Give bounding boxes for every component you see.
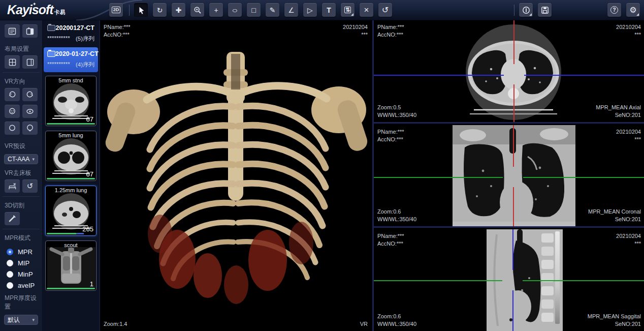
viewport-label-text: VR (360, 320, 368, 328)
radio-mip[interactable]: MIP (0, 259, 42, 267)
thumbnail-image-count: 1 (90, 280, 93, 288)
vr-label-overlay: VR (360, 320, 368, 328)
series-thumbnail-5mm-stnd[interactable]: 5mm stnd 67 (45, 76, 96, 126)
crosshair-horizontal-green[interactable] (374, 280, 502, 281)
coronal-zoom-overlay: Zoom:0.6 WW/WL:350/40 (377, 208, 416, 223)
save-icon (541, 6, 549, 14)
study-title: 2020-01-27-CT (55, 50, 99, 57)
radio-minp[interactable]: MinP (0, 270, 42, 278)
cursor-select-button[interactable] (134, 3, 148, 17)
vr-head-face-button[interactable] (22, 105, 38, 118)
panel-list-button[interactable] (5, 24, 20, 38)
crosshair-vertical-red[interactable] (513, 125, 514, 167)
radio-mpr[interactable]: MPR (0, 248, 42, 256)
coronal-viewport[interactable]: PName:*** AccNO:*** 20210204 *** Zoom:0.… (374, 125, 644, 228)
grid-layout-button[interactable] (5, 55, 20, 69)
grid-layout-icon (9, 58, 16, 66)
thumbnail-label: 1.25mm lung (46, 187, 96, 193)
save-button[interactable] (538, 3, 552, 17)
bed-reset-button[interactable]: ↺ (22, 179, 38, 193)
series-thumbnail-scout[interactable]: scout 1 (45, 240, 96, 291)
split-layout-button[interactable] (22, 55, 38, 69)
vr-head-right-button[interactable] (22, 88, 38, 101)
load-progress-bar (47, 123, 95, 125)
window-level-button[interactable]: + (209, 3, 223, 17)
remove-bed-button[interactable] (5, 179, 20, 193)
vr-head-back-button[interactable] (5, 122, 20, 135)
help-icon: ? (610, 6, 618, 14)
crosshair-vertical-blue[interactable] (512, 229, 513, 270)
info-button[interactable] (519, 3, 533, 17)
thumbnail-image (47, 247, 95, 289)
rotate-3d-icon: ↻ (157, 6, 163, 14)
vr-head-front-button[interactable] (5, 105, 20, 118)
2d-mode-button[interactable]: 2D (109, 3, 123, 17)
vr-viewport[interactable]: PName:*** AccNO:*** 20210204 *** Zoom:1.… (100, 20, 372, 331)
load-progress-bar (47, 178, 95, 179)
crosshair-vertical-red[interactable] (513, 84, 514, 124)
vr-preset-select[interactable]: CT-AAA ▾ (4, 154, 38, 164)
axial-viewport[interactable]: PName:*** AccNO:*** 20210204 *** Zoom:0.… (374, 20, 644, 124)
close-icon: × (364, 5, 369, 15)
series-thumbnail-125mm-lung[interactable]: 1.25mm lung 265 (45, 186, 96, 236)
crosshair-vertical-red[interactable] (513, 187, 514, 228)
reset-view-button[interactable]: ↺ (378, 3, 392, 17)
delete-annotation-button[interactable]: × (360, 3, 373, 17)
folder-open-icon (47, 51, 55, 57)
vr-date-overlay: 20210204 *** (343, 23, 368, 39)
crosshair-horizontal-green[interactable] (374, 177, 503, 178)
settings-button[interactable]: ⚙ (626, 3, 640, 17)
head-face-icon (26, 107, 34, 115)
thumbnail-image-count: 265 (82, 225, 93, 233)
panel-collapse-button[interactable] (22, 24, 38, 38)
masked-text: *** (343, 31, 368, 39)
head-right-icon (26, 91, 34, 99)
rotate-3d-button[interactable]: ↻ (153, 3, 167, 17)
cobb-angle-button[interactable]: ▷ (303, 3, 317, 17)
load-progress-bar (47, 233, 77, 234)
logo-sparkle-icon: ✦ (33, 2, 37, 7)
bed-remove-icon (8, 183, 17, 190)
window-level-icon: + (214, 6, 218, 14)
rect-roi-button[interactable]: □ (247, 3, 261, 17)
protractor-icon: ▷ (307, 6, 313, 14)
length-measure-button[interactable]: ✎ (266, 3, 279, 17)
study-item-selected[interactable]: 2020-01-27-CT ********** (4)序列 (44, 47, 98, 72)
seno-text: SeNO:201 (588, 320, 641, 328)
accno-text: AccNO:*** (377, 31, 404, 39)
sagittal-viewport[interactable]: PName:*** AccNO:*** 20210204 *** Zoom:0.… (374, 229, 644, 331)
series-panel: 20200127-CT ********** (5)序列 2020-01-27-… (43, 20, 100, 331)
radio-minp-label: MinP (18, 270, 33, 278)
vr-head-top-button[interactable] (22, 122, 38, 135)
crosshair-horizontal-green[interactable] (523, 177, 644, 178)
help-button[interactable]: ? (607, 3, 621, 17)
study-item[interactable]: 20200127-CT ********** (5)序列 (44, 21, 98, 46)
ellipse-icon: ○ (232, 6, 238, 14)
crosshair-horizontal-blue[interactable] (374, 75, 504, 76)
radio-aveip[interactable]: aveIP (0, 282, 42, 289)
flip-icon: ⇅ (344, 7, 351, 13)
crosshair-vertical-blue[interactable] (512, 290, 513, 331)
mpr-thickness-label: MPR厚度设置 (0, 293, 42, 313)
vr-head-left-button[interactable] (5, 88, 20, 101)
scalpel-button[interactable] (5, 212, 20, 225)
crosshair-vertical-red[interactable] (513, 20, 514, 64)
seno-text: SeNO:201 (596, 111, 641, 119)
series-thumbnail-5mm-lung[interactable]: 5mm lung 67 (45, 131, 96, 181)
crosshair-horizontal-green[interactable] (523, 280, 644, 281)
crosshair-horizontal-blue[interactable] (524, 75, 644, 76)
chevron-down-icon: ▾ (32, 157, 35, 162)
chevron-down-icon: ▾ (32, 317, 35, 322)
vr-preset-value: CT-AAA (8, 156, 29, 163)
mpr-thickness-select[interactable]: 默认 ▾ (4, 315, 38, 325)
study-series-count: (5)序列 (76, 35, 94, 43)
pan-button[interactable]: ✚ (172, 3, 185, 17)
accno-text: AccNO:*** (104, 31, 131, 39)
image-flip-button[interactable]: ⇅ (341, 3, 355, 17)
sagittal-date-overlay: 20210204 *** (616, 232, 641, 248)
text-annotation-button[interactable]: T (322, 3, 336, 17)
vr-preset-label: VR预设 (0, 138, 42, 153)
ellipse-roi-button[interactable]: ○ (228, 3, 242, 17)
zoom-in-button[interactable] (190, 3, 204, 17)
angle-measure-button[interactable]: ∠ (284, 3, 298, 17)
